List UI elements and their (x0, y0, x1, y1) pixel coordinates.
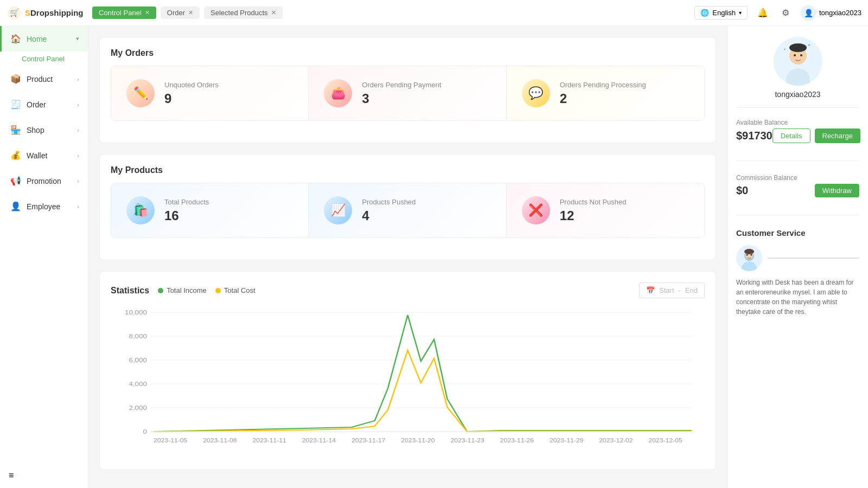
calendar-icon: 📅 (646, 286, 655, 294)
statistics-section: Statistics Total Income Total Cost 📅 (99, 271, 716, 470)
products-not-pushed-icon: ❌ (522, 196, 550, 224)
svg-point-32 (794, 54, 796, 56)
products-not-pushed-label: Products Not Pushed (560, 198, 627, 206)
svg-text:2023-11-26: 2023-11-26 (500, 438, 534, 444)
recharge-button[interactable]: Recharge (815, 129, 860, 143)
tab-order[interactable]: Order ✕ (161, 7, 200, 19)
customer-service-title: Customer Service (736, 228, 859, 237)
user-avatar-small: 👤 (801, 5, 816, 21)
svg-text:👤: 👤 (803, 9, 813, 18)
tab-close-order[interactable]: ✕ (188, 9, 193, 16)
sidebar-item-home[interactable]: 🏠 Home ▾ (0, 26, 88, 52)
total-products-card: 🛍️ Total Products 16 (111, 183, 309, 237)
orders-cards-row: ✏️ Unquoted Orders 9 👛 Orders Pending Pa… (111, 66, 705, 121)
user-profile: ✦ ✦ tongxiao2023 (736, 37, 859, 108)
chevron-employee-icon: › (77, 203, 79, 210)
globe-icon: 🌐 (700, 9, 709, 17)
available-balance-value: $91730 (736, 130, 773, 142)
pending-payment-value: 3 (362, 91, 441, 106)
svg-text:2023-12-05: 2023-12-05 (649, 438, 682, 444)
language-selector[interactable]: 🌐 English ▾ (694, 6, 748, 20)
unquoted-orders-icon: ✏️ (126, 79, 155, 107)
my-products-section: My Products 🛍️ Total Products 16 📈 Produ… (99, 154, 716, 260)
chevron-order-icon: › (77, 101, 79, 108)
pending-processing-label: Orders Pending Processing (560, 81, 646, 89)
balance-divider (736, 160, 859, 161)
statistics-header: Statistics Total Income Total Cost 📅 (111, 282, 705, 298)
svg-text:10,000: 10,000 (125, 309, 147, 316)
available-balance-label: Available Balance (736, 119, 859, 126)
menu-icon: ≡ (9, 471, 14, 480)
user-info[interactable]: 👤 tongxiao2023 (801, 5, 861, 21)
cs-agent (736, 245, 859, 271)
date-start-placeholder: Start (659, 286, 674, 294)
available-balance-row: $91730 Details Recharge (736, 129, 859, 143)
svg-text:2023-11-29: 2023-11-29 (550, 438, 583, 444)
sidebar: 🏠 Home ▾ Control Panel 📦 Product › 🧾 Ord… (0, 26, 88, 488)
shop-icon: 🏪 (10, 125, 21, 135)
chevron-down-icon: ▾ (739, 10, 742, 16)
right-panel-username: tongxiao2023 (775, 90, 820, 99)
topbar-right: 🌐 English ▾ 🔔 ⚙ 👤 tongxiao2023 (694, 5, 861, 21)
chevron-promotion-icon: › (77, 178, 79, 184)
date-end-placeholder: End (685, 286, 698, 294)
sidebar-bottom-menu[interactable]: ≡ (0, 463, 88, 488)
withdraw-button[interactable]: Withdraw (815, 184, 859, 197)
legend-total-income: Total Income (158, 286, 207, 294)
tab-close-selected-products[interactable]: ✕ (271, 9, 276, 16)
svg-text:2023-11-11: 2023-11-11 (253, 438, 286, 444)
chart-area: 10,000 8,000 6,000 4,000 2,000 0 2023-11… (111, 307, 705, 459)
logo-icon: 🛒 (7, 5, 22, 21)
statistics-title: Statistics (111, 286, 149, 296)
svg-text:2023-12-02: 2023-12-02 (599, 438, 633, 444)
sidebar-item-product[interactable]: 📦 Product › (0, 66, 88, 92)
products-pushed-label: Products Pushed (362, 198, 416, 206)
sidebar-item-wallet[interactable]: 💰 Wallet › (0, 143, 88, 168)
svg-text:✦: ✦ (783, 48, 786, 51)
logo-text: SDropshipping (25, 8, 84, 17)
svg-text:2023-11-23: 2023-11-23 (451, 438, 484, 444)
svg-text:🛒: 🛒 (10, 8, 20, 17)
svg-point-31 (789, 43, 807, 52)
tab-selected-products[interactable]: Selected Products ✕ (204, 7, 283, 19)
notification-bell-icon[interactable]: 🔔 (755, 5, 770, 21)
sidebar-item-promotion[interactable]: 📢 Promotion › (0, 168, 88, 194)
products-cards-row: 🛍️ Total Products 16 📈 Products Pushed 4… (111, 183, 705, 238)
cs-avatar (736, 245, 762, 271)
products-pushed-card: 📈 Products Pushed 4 (309, 183, 506, 237)
svg-text:6,000: 6,000 (129, 357, 147, 364)
settings-gear-icon[interactable]: ⚙ (778, 5, 793, 21)
employee-icon: 👤 (10, 201, 21, 211)
commission-balance-row: $0 Withdraw (736, 184, 859, 197)
content-area: My Orders ✏️ Unquoted Orders 9 👛 Orders … (88, 26, 727, 488)
date-separator: - (679, 286, 681, 294)
username-label: tongxiao2023 (819, 9, 861, 17)
chevron-home-icon: ▾ (76, 35, 79, 42)
unquoted-orders-card: ✏️ Unquoted Orders 9 (111, 66, 309, 120)
details-button[interactable]: Details (773, 129, 810, 143)
tab-control-panel[interactable]: Control Panel ✕ (92, 7, 156, 19)
svg-text:4,000: 4,000 (129, 381, 147, 388)
sidebar-sub-control-panel[interactable]: Control Panel (0, 52, 88, 66)
svg-point-40 (746, 254, 748, 256)
sidebar-item-order[interactable]: 🧾 Order › (0, 92, 88, 117)
home-icon: 🏠 (10, 34, 21, 44)
cs-status-line (768, 258, 859, 259)
sidebar-item-employee[interactable]: 👤 Employee › (0, 194, 88, 219)
svg-text:2023-11-17: 2023-11-17 (352, 438, 385, 444)
cs-divider (736, 215, 859, 215)
total-products-value: 16 (164, 208, 209, 223)
pending-processing-card: 💬 Orders Pending Processing 2 (507, 66, 704, 120)
svg-text:8,000: 8,000 (129, 333, 147, 340)
total-products-label: Total Products (164, 198, 209, 206)
pending-payment-card: 👛 Orders Pending Payment 3 (309, 66, 506, 120)
wallet-icon: 💰 (10, 150, 21, 160)
svg-text:2,000: 2,000 (129, 404, 147, 412)
date-range-picker[interactable]: 📅 Start - End (639, 282, 705, 298)
pending-processing-value: 2 (560, 91, 646, 106)
tab-close-control-panel[interactable]: ✕ (145, 9, 150, 16)
sidebar-item-shop[interactable]: 🏪 Shop › (0, 117, 88, 143)
svg-point-33 (800, 54, 802, 56)
right-panel: ✦ ✦ tongxiao2023 Available Balance $9173… (727, 26, 868, 488)
chevron-product-icon: › (77, 76, 79, 82)
